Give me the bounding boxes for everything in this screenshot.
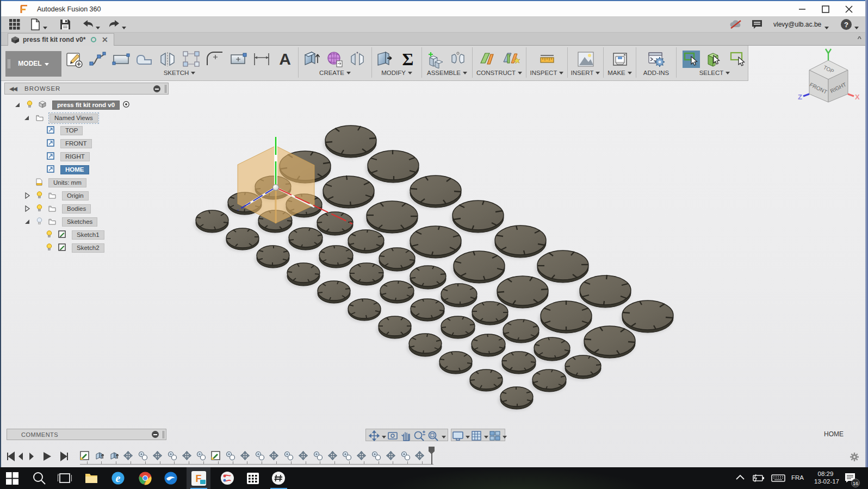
svg-text:Σ: Σ [402, 50, 414, 68]
svg-text:e: e [116, 472, 121, 484]
svg-text:A: A [279, 50, 291, 68]
svg-text:?: ? [844, 21, 848, 29]
svg-text:X: X [855, 93, 860, 101]
svg-text:Z: Z [798, 93, 802, 101]
